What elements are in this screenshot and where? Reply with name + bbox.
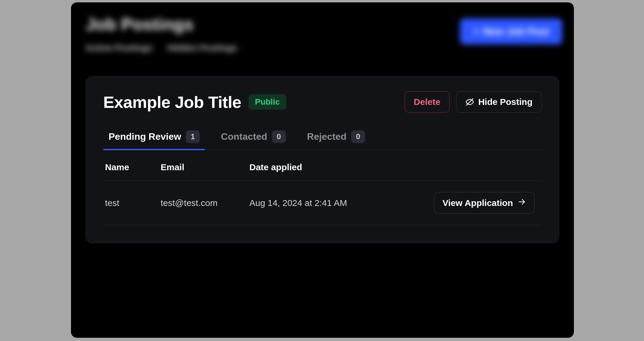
application-status-tabs: Pending Review 1 Contacted 0 Rejected 0 [103,127,542,150]
table-row: test test@test.com Aug 14, 2024 at 2:41 … [103,181,542,225]
job-title: Example Job Title [103,92,241,112]
table-header-row: Name Email Date applied [103,152,542,181]
arrow-right-icon [518,198,526,208]
delete-button[interactable]: Delete [405,91,450,113]
plus-icon: + [473,26,479,37]
tab-count: 0 [272,130,285,143]
page-title: Job Postings [86,14,559,34]
hide-label: Hide Posting [478,97,532,107]
tab-label: Contacted [221,131,267,142]
tab-pending-review[interactable]: Pending Review 1 [103,127,205,150]
hide-posting-button[interactable]: Hide Posting [456,91,542,113]
tab-count: 1 [186,130,199,143]
visibility-badge: Public [248,94,286,110]
new-job-post-label: New Job Post [483,26,549,37]
job-detail-panel: Example Job Title Public Delete Hide Pos… [86,76,559,243]
tab-label: Rejected [307,131,346,142]
col-header-date: Date applied [242,152,396,181]
tab-count: 0 [351,130,365,143]
eye-off-icon [465,98,474,106]
col-header-name: Name [103,152,154,181]
title-group: Example Job Title Public [103,92,286,112]
col-header-email: Email [154,152,242,181]
applicants-table: Name Email Date applied test test@test.c… [103,152,542,225]
panel-header: Example Job Title Public Delete Hide Pos… [103,91,542,113]
background-tabs: Active Postings Hidden Postings [86,43,559,53]
delete-label: Delete [414,97,440,107]
new-job-post-button[interactable]: + New Job Post [460,19,562,44]
col-header-action [396,152,542,181]
bg-tab-hidden[interactable]: Hidden Postings [167,43,237,53]
view-application-label: View Application [443,198,513,208]
panel-actions: Delete Hide Posting [405,91,542,113]
tab-label: Pending Review [109,131,181,142]
app-window: Job Postings + New Job Post Active Posti… [71,2,574,338]
tab-rejected[interactable]: Rejected 0 [302,127,370,150]
view-application-button[interactable]: View Application [434,192,535,214]
cell-action: View Application [396,181,542,225]
cell-name: test [103,181,154,225]
cell-date: Aug 14, 2024 at 2:41 AM [242,181,396,225]
cell-email: test@test.com [154,181,242,225]
bg-tab-active[interactable]: Active Postings [86,43,152,53]
tab-contacted[interactable]: Contacted 0 [216,127,291,150]
